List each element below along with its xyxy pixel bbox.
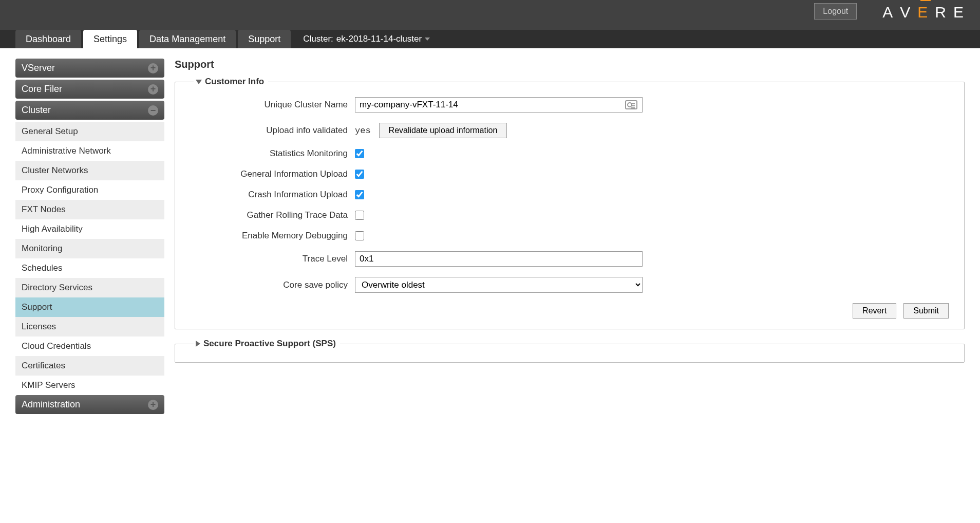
sidebar: VServer + Core Filer + Cluster − General… — [15, 59, 164, 416]
core-save-policy-select[interactable]: Overwrite oldest — [355, 277, 643, 293]
revert-button[interactable]: Revert — [853, 303, 896, 319]
logo-letter: E — [953, 4, 970, 21]
page-title: Support — [175, 59, 965, 70]
core-save-policy-label: Core save policy — [191, 280, 355, 290]
sidebar-section-label: Cluster — [22, 105, 51, 116]
sidebar-item-cluster-networks[interactable]: Cluster Networks — [15, 161, 164, 180]
customer-info-section: Customer Info Unique Cluster Name Upload… — [175, 77, 965, 329]
sidebar-item-certificates[interactable]: Certificates — [15, 356, 164, 376]
navbar: Dashboard Settings Data Management Suppo… — [0, 30, 980, 48]
chevron-down-icon — [425, 38, 430, 41]
tab-support[interactable]: Support — [238, 30, 291, 48]
sidebar-section-label: Core Filer — [22, 84, 62, 95]
unique-cluster-name-label: Unique Cluster Name — [191, 100, 355, 110]
trace-level-label: Trace Level — [191, 254, 355, 264]
sidebar-section-core-filer[interactable]: Core Filer + — [15, 80, 164, 99]
chevron-right-icon — [196, 341, 200, 347]
upload-validated-value: yes — [355, 126, 371, 136]
sidebar-item-administrative-network[interactable]: Administrative Network — [15, 141, 164, 161]
sidebar-item-directory-services[interactable]: Directory Services — [15, 278, 164, 297]
sps-legend[interactable]: Secure Proactive Support (SPS) — [194, 339, 340, 349]
enable-memory-debugging-checkbox[interactable] — [355, 231, 364, 240]
cluster-prefix: Cluster: — [303, 34, 333, 44]
plus-icon: + — [148, 400, 158, 410]
sidebar-item-proxy-configuration[interactable]: Proxy Configuration — [15, 180, 164, 200]
sidebar-item-fxt-nodes[interactable]: FXT Nodes — [15, 200, 164, 219]
plus-icon: + — [148, 84, 158, 95]
sidebar-item-cloud-credentials[interactable]: Cloud Credentials — [15, 337, 164, 356]
trace-level-input[interactable] — [355, 251, 643, 267]
logout-button[interactable]: Logout — [814, 3, 857, 20]
topbar: Logout A V E R E — [0, 0, 980, 30]
statistics-monitoring-checkbox[interactable] — [355, 149, 364, 158]
logo-letter: R — [935, 4, 952, 21]
statistics-monitoring-label: Statistics Monitoring — [191, 148, 355, 159]
sidebar-item-support[interactable]: Support — [15, 297, 164, 317]
logo: A V E R E — [882, 4, 970, 21]
sidebar-item-general-setup[interactable]: General Setup — [15, 122, 164, 141]
gather-rolling-trace-checkbox[interactable] — [355, 211, 364, 220]
general-info-upload-label: General Information Upload — [191, 169, 355, 179]
sidebar-item-schedules[interactable]: Schedules — [15, 258, 164, 278]
sps-section: Secure Proactive Support (SPS) — [175, 339, 965, 363]
plus-icon: + — [148, 63, 158, 73]
logo-letter: V — [900, 4, 916, 21]
sidebar-section-administration[interactable]: Administration + — [15, 395, 164, 414]
tab-dashboard[interactable]: Dashboard — [15, 30, 81, 48]
sidebar-item-monitoring[interactable]: Monitoring — [15, 239, 164, 258]
legend-label: Secure Proactive Support (SPS) — [203, 339, 336, 349]
main-content: Support Customer Info Unique Cluster Nam… — [175, 59, 965, 416]
sidebar-section-label: Administration — [22, 399, 80, 410]
enable-memory-debugging-label: Enable Memory Debugging — [191, 231, 355, 241]
revalidate-button[interactable]: Revalidate upload information — [379, 123, 507, 138]
logo-letter: A — [882, 4, 899, 21]
gather-rolling-trace-label: Gather Rolling Trace Data — [191, 210, 355, 220]
chevron-down-icon — [196, 80, 202, 84]
logo-area: Logout A V E R E — [814, 0, 970, 30]
sidebar-cluster-items: General Setup Administrative Network Clu… — [15, 122, 164, 395]
general-info-upload-checkbox[interactable] — [355, 170, 364, 179]
minus-icon: − — [148, 105, 158, 116]
sidebar-section-vserver[interactable]: VServer + — [15, 59, 164, 78]
tab-settings[interactable]: Settings — [83, 30, 137, 48]
unique-cluster-name-input[interactable] — [355, 97, 643, 113]
upload-validated-label: Upload info validated — [191, 125, 355, 136]
id-badge-icon — [625, 100, 637, 109]
crash-info-upload-checkbox[interactable] — [355, 190, 364, 199]
sidebar-section-label: VServer — [22, 63, 55, 73]
tab-data-management[interactable]: Data Management — [139, 30, 236, 48]
sidebar-item-licenses[interactable]: Licenses — [15, 317, 164, 337]
sidebar-item-high-availability[interactable]: High Availability — [15, 219, 164, 239]
logo-letter-e: E — [917, 4, 934, 21]
customer-info-legend[interactable]: Customer Info — [194, 77, 268, 87]
cluster-selector[interactable]: Cluster: ek-2018-11-14-cluster — [303, 30, 430, 48]
cluster-name: ek-2018-11-14-cluster — [336, 34, 422, 44]
submit-button[interactable]: Submit — [903, 303, 949, 319]
sidebar-section-cluster[interactable]: Cluster − — [15, 101, 164, 120]
crash-info-upload-label: Crash Information Upload — [191, 190, 355, 200]
legend-label: Customer Info — [205, 77, 264, 87]
sidebar-item-kmip-servers[interactable]: KMIP Servers — [15, 376, 164, 395]
